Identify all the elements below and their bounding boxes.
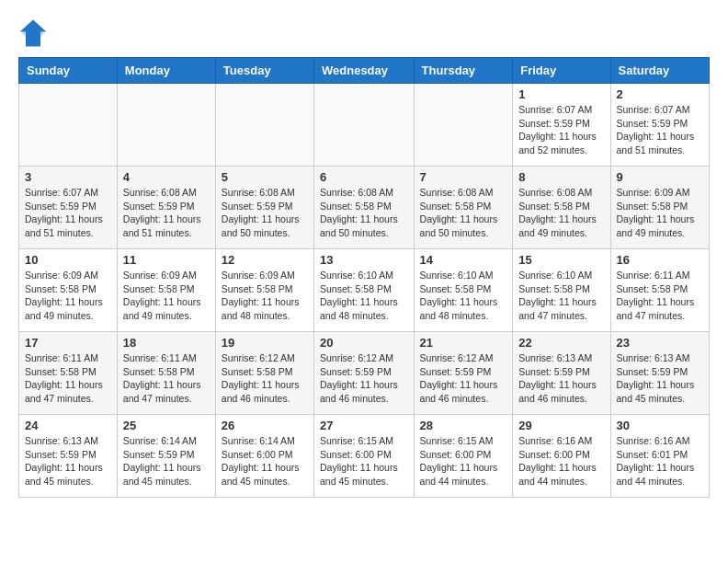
weekday-header-monday: Monday	[117, 58, 215, 84]
calendar-cell: 24Sunrise: 6:13 AM Sunset: 5:59 PM Dayli…	[19, 415, 118, 498]
calendar-week-row: 1Sunrise: 6:07 AM Sunset: 5:59 PM Daylig…	[19, 84, 710, 167]
calendar-cell: 2Sunrise: 6:07 AM Sunset: 5:59 PM Daylig…	[610, 84, 709, 167]
logo-icon	[18, 18, 48, 48]
day-info: Sunrise: 6:10 AM Sunset: 5:58 PM Dayligh…	[420, 269, 507, 323]
calendar-cell: 30Sunrise: 6:16 AM Sunset: 6:01 PM Dayli…	[610, 415, 709, 498]
day-number: 15	[518, 253, 604, 267]
logo	[18, 18, 51, 48]
calendar-cell: 27Sunrise: 6:15 AM Sunset: 6:00 PM Dayli…	[314, 415, 415, 498]
calendar-cell: 29Sunrise: 6:16 AM Sunset: 6:00 PM Dayli…	[513, 415, 610, 498]
calendar-cell	[215, 84, 313, 167]
calendar-cell: 12Sunrise: 6:09 AM Sunset: 5:58 PM Dayli…	[215, 249, 313, 332]
day-number: 19	[222, 336, 308, 350]
day-number: 30	[617, 419, 703, 432]
weekday-header-sunday: Sunday	[19, 58, 118, 84]
day-info: Sunrise: 6:14 AM Sunset: 6:00 PM Dayligh…	[222, 434, 308, 488]
calendar-cell	[19, 84, 118, 167]
day-number: 17	[25, 336, 111, 350]
day-number: 13	[320, 253, 408, 267]
calendar-cell: 26Sunrise: 6:14 AM Sunset: 6:00 PM Dayli…	[215, 415, 313, 498]
calendar-week-row: 17Sunrise: 6:11 AM Sunset: 5:58 PM Dayli…	[19, 332, 710, 415]
day-info: Sunrise: 6:08 AM Sunset: 5:58 PM Dayligh…	[518, 186, 604, 240]
weekday-header-tuesday: Tuesday	[215, 58, 313, 84]
day-info: Sunrise: 6:07 AM Sunset: 5:59 PM Dayligh…	[25, 186, 111, 240]
calendar-cell: 15Sunrise: 6:10 AM Sunset: 5:58 PM Dayli…	[513, 249, 610, 332]
day-number: 9	[617, 170, 703, 184]
day-info: Sunrise: 6:08 AM Sunset: 5:58 PM Dayligh…	[320, 186, 408, 240]
calendar-cell	[314, 84, 415, 167]
calendar-cell: 28Sunrise: 6:15 AM Sunset: 6:00 PM Dayli…	[414, 415, 513, 498]
day-info: Sunrise: 6:15 AM Sunset: 6:00 PM Dayligh…	[420, 434, 507, 488]
day-number: 10	[25, 253, 111, 267]
weekday-header-wednesday: Wednesday	[314, 58, 415, 84]
day-number: 8	[518, 170, 604, 184]
page-header	[18, 18, 710, 48]
day-info: Sunrise: 6:08 AM Sunset: 5:59 PM Dayligh…	[222, 186, 308, 240]
day-number: 14	[420, 253, 507, 267]
calendar-cell: 6Sunrise: 6:08 AM Sunset: 5:58 PM Daylig…	[314, 167, 415, 249]
day-number: 27	[320, 419, 408, 432]
day-number: 24	[25, 419, 111, 432]
day-number: 25	[123, 419, 210, 432]
calendar-week-row: 10Sunrise: 6:09 AM Sunset: 5:58 PM Dayli…	[19, 249, 710, 332]
day-info: Sunrise: 6:11 AM Sunset: 5:58 PM Dayligh…	[25, 351, 111, 406]
day-number: 21	[420, 336, 507, 350]
calendar-cell: 14Sunrise: 6:10 AM Sunset: 5:58 PM Dayli…	[414, 249, 513, 332]
day-info: Sunrise: 6:09 AM Sunset: 5:58 PM Dayligh…	[222, 269, 308, 323]
calendar-cell: 18Sunrise: 6:11 AM Sunset: 5:58 PM Dayli…	[117, 332, 215, 415]
day-number: 12	[222, 253, 308, 267]
day-info: Sunrise: 6:11 AM Sunset: 5:58 PM Dayligh…	[617, 269, 703, 323]
calendar-cell: 9Sunrise: 6:09 AM Sunset: 5:58 PM Daylig…	[610, 167, 709, 249]
day-info: Sunrise: 6:10 AM Sunset: 5:58 PM Dayligh…	[518, 269, 604, 323]
day-info: Sunrise: 6:13 AM Sunset: 5:59 PM Dayligh…	[518, 351, 604, 406]
day-number: 20	[320, 336, 408, 350]
day-number: 29	[518, 419, 604, 432]
calendar-cell: 16Sunrise: 6:11 AM Sunset: 5:58 PM Dayli…	[610, 249, 709, 332]
day-info: Sunrise: 6:13 AM Sunset: 5:59 PM Dayligh…	[617, 351, 703, 406]
day-number: 2	[617, 87, 703, 101]
day-info: Sunrise: 6:12 AM Sunset: 5:59 PM Dayligh…	[420, 351, 507, 406]
day-number: 3	[25, 170, 111, 184]
day-number: 7	[420, 170, 507, 184]
day-info: Sunrise: 6:09 AM Sunset: 5:58 PM Dayligh…	[617, 186, 703, 240]
weekday-header-thursday: Thursday	[414, 58, 513, 84]
day-info: Sunrise: 6:07 AM Sunset: 5:59 PM Dayligh…	[518, 103, 604, 157]
day-number: 4	[123, 170, 210, 184]
calendar-cell: 11Sunrise: 6:09 AM Sunset: 5:58 PM Dayli…	[117, 249, 215, 332]
day-number: 23	[617, 336, 703, 350]
calendar-cell: 7Sunrise: 6:08 AM Sunset: 5:58 PM Daylig…	[414, 167, 513, 249]
calendar-cell: 23Sunrise: 6:13 AM Sunset: 5:59 PM Dayli…	[610, 332, 709, 415]
day-info: Sunrise: 6:13 AM Sunset: 5:59 PM Dayligh…	[25, 434, 111, 488]
calendar-cell: 20Sunrise: 6:12 AM Sunset: 5:59 PM Dayli…	[314, 332, 415, 415]
calendar-cell: 22Sunrise: 6:13 AM Sunset: 5:59 PM Dayli…	[513, 332, 610, 415]
weekday-header-saturday: Saturday	[610, 58, 709, 84]
calendar-cell: 10Sunrise: 6:09 AM Sunset: 5:58 PM Dayli…	[19, 249, 118, 332]
calendar-cell: 8Sunrise: 6:08 AM Sunset: 5:58 PM Daylig…	[513, 167, 610, 249]
calendar-cell: 1Sunrise: 6:07 AM Sunset: 5:59 PM Daylig…	[513, 84, 610, 167]
day-info: Sunrise: 6:12 AM Sunset: 5:59 PM Dayligh…	[320, 351, 408, 406]
day-number: 11	[123, 253, 210, 267]
calendar-cell: 3Sunrise: 6:07 AM Sunset: 5:59 PM Daylig…	[19, 167, 118, 249]
calendar-header-row: SundayMondayTuesdayWednesdayThursdayFrid…	[19, 58, 710, 84]
calendar-cell	[117, 84, 215, 167]
calendar-cell	[414, 84, 513, 167]
day-info: Sunrise: 6:11 AM Sunset: 5:58 PM Dayligh…	[123, 351, 210, 406]
day-number: 28	[420, 419, 507, 432]
weekday-header-friday: Friday	[513, 58, 610, 84]
calendar-cell: 19Sunrise: 6:12 AM Sunset: 5:58 PM Dayli…	[215, 332, 313, 415]
day-number: 6	[320, 170, 408, 184]
calendar-cell: 21Sunrise: 6:12 AM Sunset: 5:59 PM Dayli…	[414, 332, 513, 415]
day-info: Sunrise: 6:16 AM Sunset: 6:00 PM Dayligh…	[518, 434, 604, 488]
day-number: 16	[617, 253, 703, 267]
calendar-week-row: 24Sunrise: 6:13 AM Sunset: 5:59 PM Dayli…	[19, 415, 710, 498]
calendar-cell: 4Sunrise: 6:08 AM Sunset: 5:59 PM Daylig…	[117, 167, 215, 249]
day-info: Sunrise: 6:15 AM Sunset: 6:00 PM Dayligh…	[320, 434, 408, 488]
day-number: 1	[518, 87, 604, 101]
day-info: Sunrise: 6:12 AM Sunset: 5:58 PM Dayligh…	[222, 351, 308, 406]
day-info: Sunrise: 6:10 AM Sunset: 5:58 PM Dayligh…	[320, 269, 408, 323]
day-number: 26	[222, 419, 308, 432]
calendar-cell: 5Sunrise: 6:08 AM Sunset: 5:59 PM Daylig…	[215, 167, 313, 249]
day-info: Sunrise: 6:09 AM Sunset: 5:58 PM Dayligh…	[25, 269, 111, 323]
calendar-cell: 13Sunrise: 6:10 AM Sunset: 5:58 PM Dayli…	[314, 249, 415, 332]
calendar-table: SundayMondayTuesdayWednesdayThursdayFrid…	[18, 57, 710, 498]
